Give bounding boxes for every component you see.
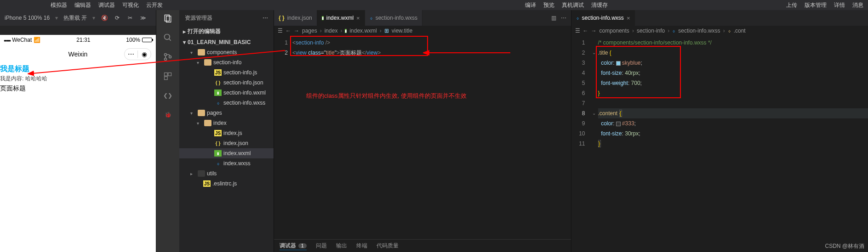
- tree-item-utils[interactable]: ▸utils: [179, 168, 274, 179]
- code-icon[interactable]: ❮❯: [162, 90, 173, 101]
- carrier-label: WeChat: [12, 37, 32, 43]
- svg-point-5: [165, 58, 167, 61]
- watermark: CSDN @林有酒: [825, 242, 864, 250]
- wxss-icon: ⬨: [672, 28, 675, 34]
- menubar-left: 模拟器 编辑器 调试器 可视化 云开发: [51, 1, 163, 9]
- close-icon[interactable]: ×: [356, 15, 360, 22]
- tabbar-left: { }index.json▮index.wxml×⬨section-info.w…: [274, 10, 571, 26]
- tab-section-info-wxss[interactable]: ⬨section-info.wxss: [365, 10, 423, 26]
- nav-fwd-icon[interactable]: →: [591, 28, 597, 34]
- simulator-panel: iPhone 5 100% 16▾ 热重载 开▾ 🔇 ⟳ ✂ ≫ WeChat …: [0, 10, 156, 252]
- bug-icon[interactable]: 🐞: [162, 109, 173, 120]
- list-icon[interactable]: ☰: [278, 28, 283, 34]
- tab-section-info-wxss[interactable]: ⬨section-info.wxss×: [571, 10, 635, 26]
- menu-simulator[interactable]: 模拟器: [51, 1, 67, 9]
- hot-reload-toggle[interactable]: 热重载 开: [63, 14, 87, 22]
- activity-bar: ❮❯ 🐞: [156, 10, 179, 252]
- explorer-title: 资源管理器: [185, 14, 212, 22]
- close-icon[interactable]: ×: [627, 15, 630, 22]
- terminal-tab[interactable]: 终端: [356, 242, 367, 250]
- explorer-more-icon[interactable]: ⋯: [263, 15, 268, 21]
- menubar-right: 上传 版本管理 详情 消息: [786, 1, 863, 9]
- editor-right: ⬨section-info.wxss× ☰ ← → components› se…: [571, 10, 868, 252]
- editor-left: { }index.json▮index.wxml×⬨section-info.w…: [274, 10, 571, 252]
- svg-rect-9: [165, 77, 168, 80]
- nav-back-icon[interactable]: ←: [286, 28, 291, 34]
- wifi-icon: 📶: [34, 37, 40, 43]
- tree-item-section-info[interactable]: ▾section-info: [179, 57, 274, 67]
- code-editor-right[interactable]: 1234567891011 ⌄⌄ /* components/section-i…: [571, 36, 868, 252]
- tree-item-pages[interactable]: ▾pages: [179, 108, 274, 118]
- menu-cloud[interactable]: 云开发: [146, 1, 163, 9]
- refresh-icon[interactable]: ⟳: [114, 14, 121, 22]
- preview-content: 我是内容: 哈哈哈哈: [0, 75, 156, 83]
- tree-item-section-info-json[interactable]: { }section-info.json: [179, 78, 274, 88]
- tree-item-index-js[interactable]: JSindex.js: [179, 128, 274, 138]
- svg-rect-7: [165, 73, 168, 76]
- tab-index-json[interactable]: { }index.json: [274, 10, 317, 26]
- menu-clearcache[interactable]: 清缓存: [591, 1, 608, 9]
- breadcrumb-left[interactable]: ☰ ← → pages› index› ▮index.wxml› ⊞ view.…: [274, 26, 571, 36]
- extensions-icon[interactable]: [162, 71, 173, 82]
- menu-visual[interactable]: 可视化: [122, 1, 139, 9]
- explorer-header: 资源管理器 ⋯: [179, 10, 274, 26]
- breadcrumb-right[interactable]: ☰ ← → components› section-info› ⬨section…: [571, 26, 868, 36]
- menu-upload[interactable]: 上传: [786, 1, 797, 9]
- open-editors-section[interactable]: ▸打开的编辑器: [179, 26, 274, 37]
- tree-item-components[interactable]: ▾components: [179, 47, 274, 57]
- project-section[interactable]: ▾01_LEARN_MINI_BASIC: [179, 37, 274, 47]
- search-icon[interactable]: [162, 32, 173, 43]
- cut-icon[interactable]: ✂: [126, 14, 134, 22]
- svg-point-4: [165, 54, 167, 56]
- svg-rect-8: [168, 73, 171, 76]
- nav-back-icon[interactable]: ←: [583, 28, 588, 34]
- tree-item-section-info-wxml[interactable]: ▮section-info.wxml: [179, 88, 274, 98]
- tree-item-index-wxss[interactable]: ⬨index.wxss: [179, 158, 274, 168]
- menu-messages[interactable]: 消息: [852, 1, 863, 9]
- menu-details[interactable]: 详情: [834, 1, 845, 9]
- battery-label: 100%: [126, 37, 140, 43]
- tab-more-icon[interactable]: ⋯: [561, 15, 566, 21]
- menu-debugger[interactable]: 调试器: [98, 1, 115, 9]
- nav-fwd-icon[interactable]: →: [294, 28, 299, 34]
- tree-item-index[interactable]: ▾index: [179, 118, 274, 128]
- menu-version[interactable]: 版本管理: [805, 1, 827, 9]
- svg-point-2: [165, 34, 170, 40]
- status-bar: WeChat 📶 21:31 100%: [0, 35, 156, 45]
- nav-title: Weixin: [69, 50, 88, 58]
- capsule-menu-icon[interactable]: ⋯: [125, 50, 137, 58]
- tab-index-wxml[interactable]: ▮index.wxml×: [317, 10, 365, 26]
- tree-item-index-json[interactable]: { }index.json: [179, 138, 274, 148]
- top-menubar: 模拟器 编辑器 调试器 可视化 云开发 编译 预览 真机调试 清缓存 上传 版本…: [0, 0, 868, 10]
- menu-editor[interactable]: 编辑器: [74, 1, 91, 9]
- simulator-toolbar: iPhone 5 100% 16▾ 热重载 开▾ 🔇 ⟳ ✂ ≫: [0, 10, 156, 26]
- quality-tab[interactable]: 代码质量: [377, 242, 399, 250]
- source-control-icon[interactable]: [162, 51, 173, 62]
- output-tab[interactable]: 输出: [336, 242, 347, 250]
- code-editor-left[interactable]: 12 <section-info /> <view class="title">…: [274, 36, 571, 239]
- debugger-tab[interactable]: 调试器1: [280, 242, 307, 250]
- device-selector[interactable]: iPhone 5 100% 16: [5, 15, 50, 21]
- explorer-icon[interactable]: [162, 13, 173, 24]
- svg-point-6: [169, 56, 171, 58]
- tree-item-index-wxml[interactable]: ▮index.wxml: [179, 148, 274, 158]
- menu-preview[interactable]: 预览: [543, 1, 554, 9]
- file-tree: ▾components▾section-infoJSsection-info.j…: [179, 47, 274, 252]
- tree-item--eslintrc-js[interactable]: JS.eslintrc.js: [179, 179, 274, 189]
- split-icon[interactable]: ▥: [551, 15, 556, 21]
- more-icon[interactable]: ≫: [139, 14, 147, 22]
- annotation-text: 组件的class属性只针对组件内生效, 使用组件的页面并不生效: [306, 91, 467, 101]
- list-icon[interactable]: ☰: [575, 28, 580, 34]
- signal-icon: [4, 37, 10, 43]
- tree-item-section-info-js[interactable]: JSsection-info.js: [179, 67, 274, 78]
- tabbar-right: ⬨section-info.wxss×: [571, 10, 868, 26]
- explorer-panel: 资源管理器 ⋯ ▸打开的编辑器 ▾01_LEARN_MINI_BASIC ▾co…: [179, 10, 274, 252]
- problems-tab[interactable]: 问题: [316, 242, 327, 250]
- wxml-icon: ▮: [345, 29, 347, 33]
- menu-realdevice[interactable]: 真机调试: [562, 1, 584, 9]
- tree-item-section-info-wxss[interactable]: ⬨section-info.wxss: [179, 98, 274, 108]
- preview-title: 我是标题: [0, 63, 156, 75]
- capsule-close-icon[interactable]: ◉: [138, 50, 151, 58]
- mute-icon[interactable]: 🔇: [101, 14, 108, 22]
- menu-compile[interactable]: 编译: [525, 1, 536, 9]
